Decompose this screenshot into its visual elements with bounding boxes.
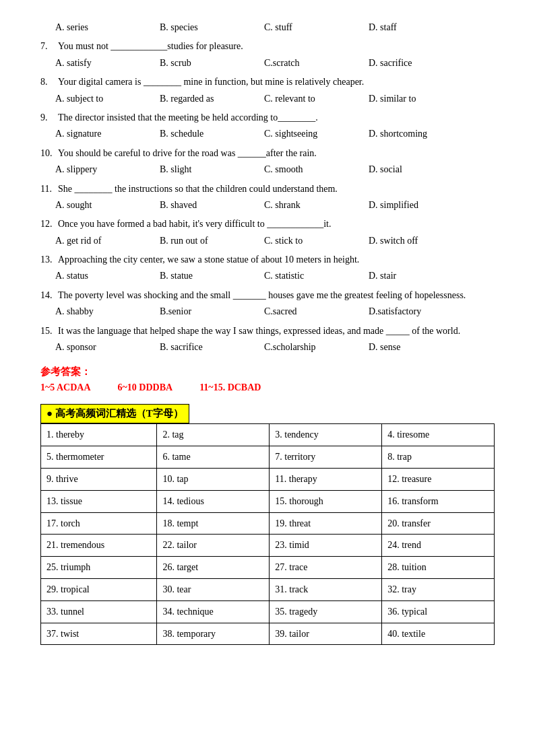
vocab-row-8: 33. tunnel34. technique35. tragedy36. ty…: [41, 600, 495, 623]
answers-1-5: 1~5 ACDAA: [40, 382, 91, 393]
vocab-num: 14.: [162, 496, 177, 506]
vocab-word: treasure: [402, 474, 431, 484]
vocab-word: technique: [177, 607, 213, 617]
vocab-word: tropical: [61, 584, 90, 594]
q13-opt-1: B. statue: [160, 269, 264, 283]
vocab-num: 4.: [387, 429, 397, 440]
vocab-num: 33.: [46, 607, 61, 617]
q8-opt-1: B. regarded as: [160, 92, 264, 106]
vocab-cell-3-2: 15. thorough: [270, 490, 382, 512]
q-text-14: The poverty level was shocking and the s…: [58, 288, 495, 303]
q15-opt-0: A. sponsor: [55, 340, 160, 355]
vocab-cell-7-1: 30. tear: [157, 579, 270, 601]
vocab-row-0: 1. thereby2. tag3. tendency4. tiresome: [41, 424, 495, 446]
vocab-cell-5-1: 22. tailor: [157, 535, 270, 557]
vocab-word: tailor: [177, 540, 197, 550]
q14-opt-3: D.satisfactory: [369, 304, 473, 319]
vocab-cell-4-1: 18. tempt: [157, 512, 270, 535]
vocab-word: timid: [289, 540, 309, 550]
vocab-cell-2-1: 10. tap: [157, 469, 270, 491]
q9-opt-0: A. signature: [55, 127, 160, 141]
vocab-word: transform: [402, 496, 438, 506]
vocab-num: 30.: [162, 584, 177, 594]
vocab-num: 12.: [387, 474, 402, 484]
vocab-num: 13.: [46, 496, 61, 506]
vocab-cell-0-2: 3. tendency: [270, 424, 382, 446]
vocab-num: 21.: [46, 540, 61, 550]
q7-opt-3: D. sacrifice: [369, 56, 473, 71]
top-options-row: A. series B. species C. stuff D. staff: [55, 20, 495, 35]
vocab-num: 31.: [275, 584, 289, 594]
question-15: 15.It was the language that helped shape…: [40, 324, 495, 355]
vocab-num: 25.: [46, 562, 61, 572]
vocab-num: 29.: [46, 584, 61, 594]
vocab-cell-6-2: 27. trace: [270, 557, 382, 579]
vocab-word: triumph: [61, 562, 90, 572]
vocab-num: 6.: [162, 452, 172, 462]
vocab-row-5: 21. tremendous22. tailor23. timid24. tre…: [41, 535, 495, 557]
answers-title: 参考答案：: [40, 366, 495, 378]
vocab-cell-8-0: 33. tunnel: [41, 600, 157, 623]
vocab-cell-3-1: 14. tedious: [157, 490, 270, 512]
vocab-word: trap: [397, 452, 412, 462]
vocab-word: textile: [402, 629, 425, 639]
vocab-word: tiresome: [397, 429, 429, 440]
vocab-num: 35.: [275, 607, 289, 617]
question-14: 14.The poverty level was shocking and th…: [40, 288, 495, 320]
q15-opt-1: B. sacrifice: [160, 340, 264, 355]
vocab-cell-3-3: 16. transform: [382, 490, 495, 512]
q7-opt-0: A. satisfy: [55, 56, 160, 71]
vocab-cell-6-1: 26. target: [157, 557, 270, 579]
vocab-word: tedious: [177, 496, 203, 506]
vocab-cell-8-1: 34. technique: [157, 600, 270, 623]
q-num-15: 15.: [40, 324, 55, 339]
vocab-cell-5-3: 24. trend: [382, 535, 495, 557]
q7-opt-2: C.scratch: [264, 56, 369, 71]
vocab-cell-7-0: 29. tropical: [41, 579, 157, 601]
vocab-row-9: 37. twist38. temporary39. tailor40. text…: [41, 623, 495, 645]
vocab-cell-9-2: 39. tailor: [270, 623, 382, 645]
q10-opt-3: D. social: [369, 162, 473, 177]
questions-container: 7.You must not ____________studies for p…: [40, 39, 495, 355]
vocab-header: ● 高考高频词汇精选（T字母）: [40, 404, 189, 423]
vocab-num: 34.: [162, 607, 177, 617]
option-a-series: A. series: [55, 20, 160, 35]
vocab-num: 11.: [275, 474, 288, 484]
vocab-word: thereby: [56, 429, 84, 440]
vocab-num: 28.: [387, 562, 402, 572]
q13-opt-2: C. statistic: [264, 269, 369, 283]
vocab-cell-6-0: 25. triumph: [41, 557, 157, 579]
vocab-num: 9.: [46, 474, 56, 484]
vocab-row-4: 17. torch18. tempt19. threat20. transfer: [41, 512, 495, 535]
vocab-cell-6-3: 28. tuition: [382, 557, 495, 579]
vocab-cell-0-1: 2. tag: [157, 424, 270, 446]
q-text-9: The director insisted that the meeting b…: [58, 110, 495, 125]
option-b-species: B. species: [160, 20, 264, 35]
vocab-num: 10.: [162, 474, 177, 484]
answers-row: 1~5 ACDAA 6~10 DDDBA 11~15. DCBAD: [40, 382, 495, 393]
q8-opt-2: C. relevant to: [264, 92, 369, 106]
vocab-cell-4-2: 19. threat: [270, 512, 382, 535]
vocab-num: 19.: [275, 518, 289, 528]
vocab-num: 5.: [46, 452, 56, 462]
vocab-word: target: [177, 562, 198, 572]
vocab-cell-4-0: 17. torch: [41, 512, 157, 535]
vocab-word: thorough: [289, 496, 323, 506]
vocab-num: 36.: [387, 607, 402, 617]
vocab-word: tragedy: [289, 607, 317, 617]
vocab-cell-9-3: 40. textile: [382, 623, 495, 645]
vocab-word: trend: [402, 540, 421, 550]
vocab-num: 18.: [162, 518, 177, 528]
question-8: 8.Your digital camera is ________ mine i…: [40, 75, 495, 106]
q14-opt-2: C.sacred: [264, 304, 369, 319]
vocab-word: tag: [172, 429, 183, 440]
vocab-cell-3-0: 13. tissue: [41, 490, 157, 512]
q12-opt-2: C. stick to: [264, 234, 369, 248]
vocab-num: 37.: [46, 629, 61, 639]
q9-opt-1: B. schedule: [160, 127, 264, 141]
vocab-num: 16.: [387, 496, 402, 506]
vocab-cell-7-2: 31. track: [270, 579, 382, 601]
q11-opt-0: A. sought: [55, 198, 160, 213]
vocab-word: tailor: [289, 629, 309, 639]
vocab-cell-4-3: 20. transfer: [382, 512, 495, 535]
